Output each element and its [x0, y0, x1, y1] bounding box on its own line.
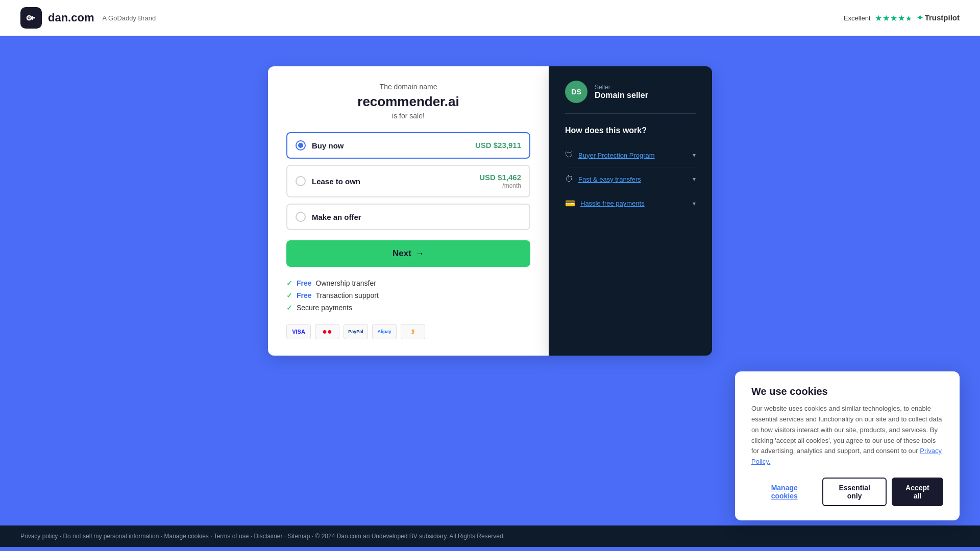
footer-sitemap[interactable]: Sitemap [287, 533, 310, 540]
svg-point-1 [29, 17, 30, 19]
paypal-icon: PayPal [344, 324, 368, 339]
next-button[interactable]: Next → [286, 240, 530, 267]
seller-role: Seller [595, 84, 648, 91]
trustpilot-brand: ✦Trustpilot [917, 13, 960, 22]
footer-terms[interactable]: Terms of use [214, 533, 249, 540]
buy-now-radio [296, 140, 306, 151]
fast-transfers-label: Fast & easy transfers [578, 176, 641, 183]
for-sale-text: is for sale! [286, 112, 530, 120]
seller-info-card: DS Seller Domain seller How does this wo… [549, 66, 712, 356]
payment-icons: VISA ●● PayPal Alipay ₿ [286, 324, 530, 339]
header: dan.com A GoDaddy Brand Excellent ★★★★★ … [0, 0, 980, 36]
lease-to-own-option[interactable]: Lease to own USD $1,462 /month [286, 165, 530, 197]
seller-name: Domain seller [595, 91, 648, 100]
footer-disclaimer[interactable]: Disclaimer [254, 533, 282, 540]
cookie-text: Our website uses cookies and similar tec… [751, 404, 943, 467]
hassle-free-row[interactable]: 💳 Hassle free payments ▾ [565, 191, 696, 215]
domain-label: The domain name [286, 83, 530, 91]
cookie-title: We use cookies [751, 386, 943, 397]
clock-icon: ⏱ [565, 174, 573, 184]
lease-radio [296, 176, 306, 186]
visa-icon: VISA [286, 324, 311, 339]
buy-now-label: Buy now [312, 141, 344, 150]
card-container: The domain name recommender.ai is for sa… [268, 66, 712, 356]
godaddy-brand: A GoDaddy Brand [102, 14, 156, 22]
offer-radio [296, 212, 306, 222]
chevron-down-icon-2: ▾ [693, 176, 696, 183]
seller-section: DS Seller Domain seller [565, 81, 696, 114]
lease-price-sub: /month [479, 182, 521, 189]
hassle-free-label: Hassle free payments [580, 199, 645, 207]
feature-secure: ✓ Secure payments [286, 304, 530, 312]
footer: Privacy policy · Do not sell my personal… [0, 525, 980, 547]
trustpilot-stars: ★★★★★ [875, 13, 913, 23]
lease-label: Lease to own [312, 177, 360, 186]
trustpilot-section: Excellent ★★★★★ ✦Trustpilot [844, 13, 960, 23]
make-offer-option[interactable]: Make an offer [286, 204, 530, 230]
domain-purchase-card: The domain name recommender.ai is for sa… [268, 66, 549, 356]
how-works-title: How does this work? [565, 126, 696, 135]
crypto-icon: ₿ [401, 324, 425, 339]
seller-avatar: DS [565, 81, 587, 103]
fast-transfers-row[interactable]: ⏱ Fast & easy transfers ▾ [565, 167, 696, 191]
manage-cookies-button[interactable]: Manage cookies [751, 478, 817, 506]
buy-now-option[interactable]: Buy now USD $23,911 [286, 132, 530, 159]
cookie-buttons: Manage cookies Essential only Accept all [751, 478, 943, 506]
shield-icon: 🛡 [565, 151, 573, 160]
buyer-protection-label: Buyer Protection Program [578, 152, 655, 159]
footer-privacy[interactable]: Privacy policy [20, 533, 58, 540]
trustpilot-label: Excellent [844, 14, 871, 22]
feature-transaction: ✓ Free Transaction support [286, 291, 530, 299]
mastercard-icon: ●● [315, 324, 339, 339]
chevron-down-icon-1: ▾ [693, 152, 696, 159]
dan-logo-icon [20, 7, 42, 29]
chevron-down-icon-3: ▾ [693, 200, 696, 207]
accept-all-button[interactable]: Accept all [892, 478, 943, 506]
feature-ownership: ✓ Free Ownership transfer [286, 279, 530, 287]
cookie-banner: We use cookies Our website uses cookies … [735, 371, 960, 520]
lease-price: USD $1,462 [479, 173, 521, 182]
buy-now-price: USD $23,911 [475, 141, 521, 149]
features-list: ✓ Free Ownership transfer ✓ Free Transac… [286, 279, 530, 312]
domain-name: recommender.ai [286, 94, 530, 110]
footer-do-not-sell[interactable]: Do not sell my personal information [63, 533, 159, 540]
header-left: dan.com A GoDaddy Brand [20, 7, 156, 29]
offer-label: Make an offer [312, 213, 361, 221]
essential-only-button[interactable]: Essential only [822, 478, 886, 506]
footer-manage-cookies[interactable]: Manage cookies [164, 533, 208, 540]
footer-copyright: © 2024 Dan.com an Undeveloped BV subsidi… [315, 533, 504, 540]
logo-text: dan.com [48, 11, 94, 24]
alipay-icon: Alipay [372, 324, 397, 339]
buyer-protection-row[interactable]: 🛡 Buyer Protection Program ▾ [565, 143, 696, 167]
card-icon: 💳 [565, 198, 575, 208]
